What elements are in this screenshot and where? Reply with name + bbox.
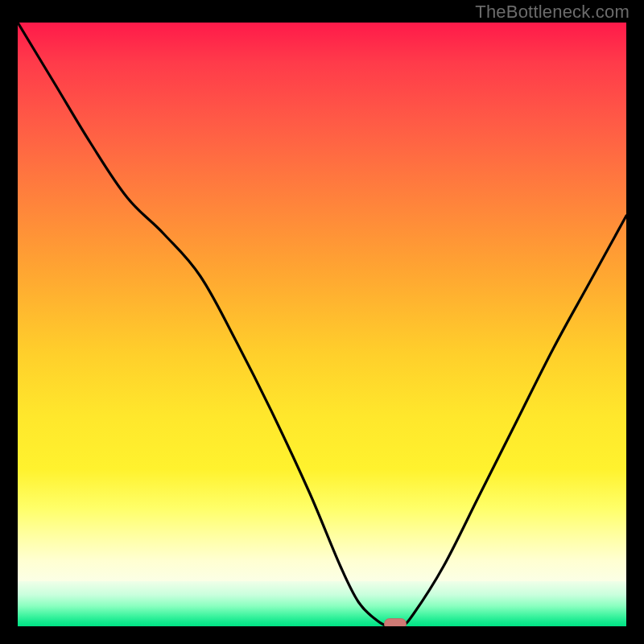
watermark-text: TheBottleneck.com (475, 2, 630, 23)
bottleneck-curve (18, 23, 626, 626)
plot-area (18, 23, 626, 626)
optimum-marker (384, 618, 407, 626)
chart-frame: TheBottleneck.com (0, 0, 644, 644)
